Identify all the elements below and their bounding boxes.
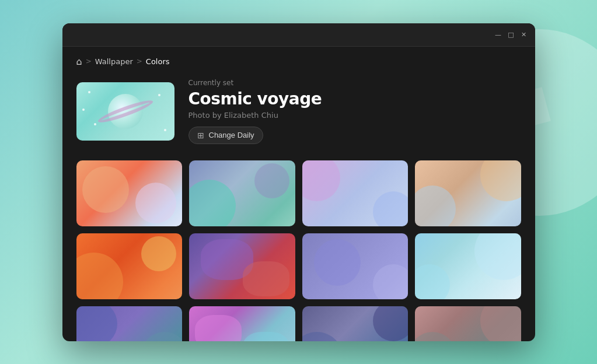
photo-credit: Photo by Elizabeth Chiu [188, 111, 322, 120]
breadcrumb-colors[interactable]: Colors [146, 57, 170, 66]
current-wallpaper-section: Currently set Cosmic voyage Photo by Eli… [76, 79, 521, 144]
minimize-button[interactable]: — [494, 30, 502, 38]
wallpaper-grid-item-1[interactable] [76, 160, 183, 226]
preview-star-2 [158, 94, 160, 96]
preview-star-4 [164, 129, 166, 131]
breadcrumb-sep-2: > [137, 57, 142, 65]
change-daily-icon: ⊞ [197, 131, 204, 140]
wallpaper-title: Cosmic voyage [188, 89, 322, 108]
currently-set-label: Currently set [188, 79, 322, 87]
wallpaper-grid-item-7[interactable] [302, 233, 409, 299]
titlebar: — □ ✕ [62, 23, 535, 47]
breadcrumb: ⌂ > Wallpaper > Colors [76, 56, 521, 67]
wallpaper-grid-item-12[interactable] [415, 306, 521, 341]
breadcrumb-sep-1: > [86, 57, 92, 65]
home-icon[interactable]: ⌂ [76, 56, 82, 67]
wallpaper-grid-item-8[interactable] [415, 233, 521, 299]
wallpaper-grid-item-2[interactable] [189, 160, 295, 226]
wallpaper-grid-item-4[interactable] [415, 160, 521, 226]
wallpaper-grid-item-5[interactable] [76, 233, 183, 299]
preview-star-5 [82, 108, 85, 111]
content-area: ⌂ > Wallpaper > Colors Currently set Cos… [62, 47, 535, 341]
wallpaper-grid-item-6[interactable] [189, 233, 295, 299]
change-daily-label: Change Daily [209, 131, 254, 139]
preview-star-1 [88, 91, 90, 93]
wallpaper-grid-item-11[interactable] [302, 306, 409, 341]
wallpaper-preview-image[interactable] [76, 82, 174, 141]
close-button[interactable]: ✕ [520, 30, 528, 38]
wallpaper-grid [76, 160, 521, 341]
preview-star-3 [94, 123, 96, 125]
wallpaper-grid-item-3[interactable] [302, 160, 409, 226]
change-daily-button[interactable]: ⊞ Change Daily [188, 127, 263, 144]
wallpaper-info: Currently set Cosmic voyage Photo by Eli… [188, 79, 322, 144]
maximize-button[interactable]: □ [507, 30, 515, 38]
wallpaper-grid-item-10[interactable] [189, 306, 295, 341]
breadcrumb-wallpaper[interactable]: Wallpaper [95, 57, 133, 66]
wallpaper-grid-item-9[interactable] [76, 306, 183, 341]
app-window: — □ ✕ ⌂ > Wallpaper > Colors Cur [62, 23, 535, 341]
